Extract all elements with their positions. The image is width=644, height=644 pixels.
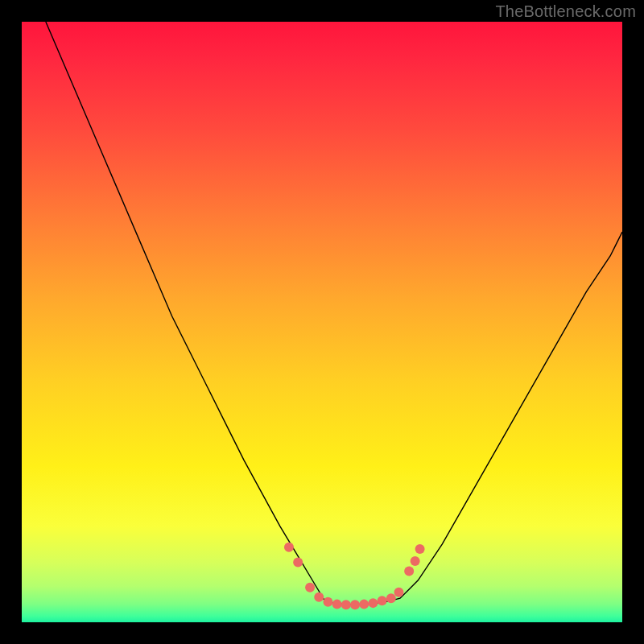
marker-dot bbox=[293, 557, 303, 567]
marker-dot bbox=[350, 600, 360, 609]
marker-dot bbox=[394, 588, 403, 597]
marker-dot bbox=[359, 600, 369, 609]
marker-dot bbox=[368, 598, 378, 608]
marker-dot bbox=[378, 596, 387, 605]
plot-area bbox=[22, 22, 622, 622]
marker-dot bbox=[404, 567, 414, 576]
bottleneck-curve bbox=[46, 22, 622, 605]
marker-dot bbox=[284, 543, 294, 552]
outer-frame: TheBottleneck.com bbox=[0, 0, 644, 644]
marker-dot bbox=[341, 600, 351, 609]
chart-svg bbox=[22, 22, 622, 622]
marker-group bbox=[284, 543, 425, 610]
marker-dot bbox=[323, 597, 332, 607]
marker-dot bbox=[415, 544, 425, 554]
marker-dot bbox=[332, 600, 342, 609]
marker-dot bbox=[314, 592, 324, 602]
watermark-text: TheBottleneck.com bbox=[495, 2, 636, 21]
marker-dot bbox=[386, 593, 396, 603]
marker-dot bbox=[411, 556, 420, 566]
marker-dot bbox=[305, 583, 315, 592]
